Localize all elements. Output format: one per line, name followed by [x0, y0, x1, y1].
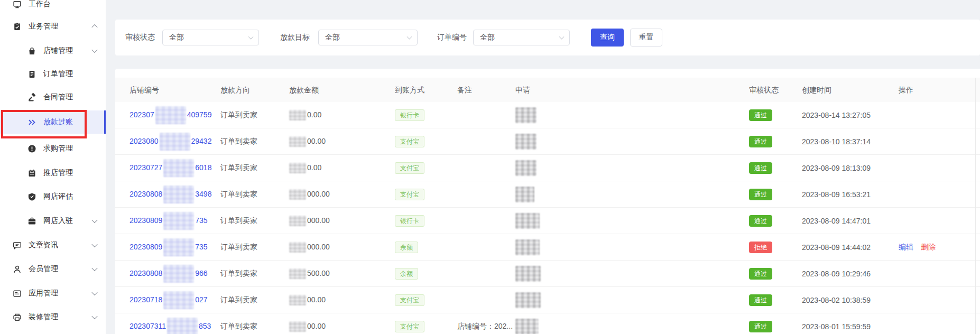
sidebar-item-9[interactable]: 网店评估: [0, 185, 106, 208]
loan-amount: 000.00: [289, 216, 330, 226]
order-id-link[interactable]: 20230809735: [130, 212, 208, 230]
censored-blur: [163, 238, 194, 256]
created-time: 2023-08-10 18:37:14: [802, 137, 871, 146]
sidebar-item-label: 放款过账: [43, 117, 73, 127]
chevron-down-icon: [91, 242, 97, 247]
sidebar-item-label: 文章资讯: [29, 240, 58, 250]
info-icon: [27, 144, 36, 153]
order-id-link[interactable]: 202307409759: [130, 106, 211, 124]
order-id-link[interactable]: 202307276018: [130, 159, 211, 177]
order-no-filter-value: 全部: [480, 33, 495, 42]
apply-censored: [515, 187, 534, 202]
row-actions: 编辑删除: [899, 243, 936, 252]
sidebar-item-13[interactable]: 应用管理: [0, 282, 106, 305]
created-time: 2023-08-02 10:38:59: [802, 296, 871, 304]
apply-censored: [515, 319, 539, 334]
col-direction: 放款方向: [220, 78, 250, 102]
sidebar-item-label: 应用管理: [29, 289, 58, 298]
sidebar-item-10[interactable]: 网店入驻: [0, 209, 106, 233]
order-id-link[interactable]: 202308083498: [130, 185, 211, 203]
censored-blur: [160, 133, 190, 151]
sidebar-item-5[interactable]: 合同管理: [0, 86, 106, 109]
order-id-link[interactable]: 20230718027: [130, 291, 208, 309]
table-row: 20230808966订单到卖家500.00余额通过2023-08-09 10:…: [115, 261, 980, 287]
page: 工作台业务管理店铺管理订单管理合同管理放款过账求购管理推店管理网店评估网店入驻文…: [0, 0, 980, 334]
apply-censored: [515, 213, 540, 229]
loan-amount: 0.00: [289, 163, 321, 173]
chevron-down-icon: [91, 265, 97, 271]
order-id-link[interactable]: 20230809735: [130, 238, 208, 256]
order-no-filter-label: 订单编号: [437, 20, 467, 55]
table-row: 202307409759订单到卖家0.00银行卡通过2023-08-14 13:…: [115, 102, 980, 128]
sidebar-item-6[interactable]: 放款过账: [0, 110, 106, 134]
sidebar-item-12[interactable]: 会员管理: [0, 257, 106, 281]
clipboard-icon: [13, 22, 22, 31]
sidebar-item-4[interactable]: 订单管理: [0, 62, 106, 86]
censored-blur: [515, 187, 534, 202]
status-badge: 通过: [749, 216, 772, 226]
censored-blur: [515, 266, 541, 282]
status-filter-select[interactable]: 全部: [162, 30, 259, 45]
created-time: 2023-08-01 15:59:59: [802, 322, 871, 331]
censored-blur: [289, 321, 306, 332]
loan-direction: 订单到卖家: [220, 190, 257, 199]
censored-blur: [515, 239, 540, 255]
status-badge: 通过: [749, 137, 772, 146]
reset-button[interactable]: 重置: [630, 29, 662, 47]
target-filter-value: 全部: [325, 33, 340, 42]
sidebar-item-2[interactable]: 业务管理: [0, 15, 106, 38]
sidebar-item-14[interactable]: 装修管理: [0, 305, 106, 329]
bag-icon: [27, 47, 36, 55]
payment-method-tag: 银行卡: [395, 216, 424, 226]
chevron-down-icon: [407, 34, 412, 40]
order-id-link[interactable]: 202307311853: [130, 318, 211, 334]
chevron-down-icon: [91, 290, 97, 295]
double-arrow-icon: [27, 118, 36, 127]
chevron-down-icon: [559, 34, 565, 40]
table-row: 202307276018订单到卖家0.00支付宝通过2023-08-09 18:…: [115, 155, 980, 181]
status-badge: 通过: [749, 163, 772, 173]
censored-blur: [515, 134, 537, 150]
search-button[interactable]: 查询: [591, 29, 624, 47]
table-row: 202308083498订单到卖家000.00支付宝通过2023-08-09 1…: [115, 181, 980, 208]
created-time: 2023-08-09 14:44:02: [802, 243, 871, 252]
status-badge: 通过: [749, 322, 772, 331]
col-status: 审核状态: [749, 78, 779, 102]
order-id-link[interactable]: 202308029432: [130, 133, 211, 151]
sidebar-item-11[interactable]: 文章资讯: [0, 234, 106, 257]
comment-icon: [13, 241, 22, 250]
censored-blur: [289, 216, 306, 226]
sidebar-item-8[interactable]: 推店管理: [0, 161, 106, 184]
loan-amount: 00.00: [289, 295, 326, 305]
sidebar-item-1[interactable]: 工作台: [0, 0, 106, 16]
payment-method-tag: 余额: [395, 269, 418, 279]
apply-censored: [515, 239, 540, 255]
calendar-icon: [27, 169, 36, 178]
apply-censored: [515, 160, 537, 176]
censored-blur: [515, 319, 539, 334]
status-badge: 通过: [749, 295, 772, 305]
created-time: 2023-08-09 16:53:21: [802, 190, 871, 199]
payment-method-tag: 支付宝: [395, 190, 424, 199]
created-time: 2023-08-14 13:27:05: [802, 111, 871, 119]
created-time: 2023-08-09 14:47:01: [802, 217, 871, 225]
col-actions: 操作: [899, 78, 913, 102]
edit-link[interactable]: 编辑: [899, 243, 913, 251]
sidebar-item-label: 工作台: [29, 0, 51, 9]
sidebar-item-7[interactable]: 求购管理: [0, 137, 106, 160]
target-filter-label: 放款目标: [280, 20, 310, 55]
sidebar-item-label: 网店入驻: [43, 216, 73, 226]
chevron-down-icon: [248, 34, 254, 40]
order-no-filter-select[interactable]: 全部: [473, 30, 570, 45]
delete-link[interactable]: 删除: [921, 243, 936, 251]
sidebar-item-label: 推店管理: [43, 168, 73, 178]
status-badge: 通过: [749, 269, 772, 279]
col-method: 到账方式: [395, 78, 424, 102]
sidebar-item-3[interactable]: 店铺管理: [0, 39, 106, 62]
order-id-link[interactable]: 20230808966: [130, 265, 208, 283]
target-filter-select[interactable]: 全部: [318, 30, 418, 45]
payment-method-tag: 银行卡: [395, 110, 424, 120]
censored-blur: [289, 163, 306, 173]
status-badge: 拒绝: [749, 243, 772, 252]
sidebar-item-label: 装修管理: [29, 312, 58, 322]
